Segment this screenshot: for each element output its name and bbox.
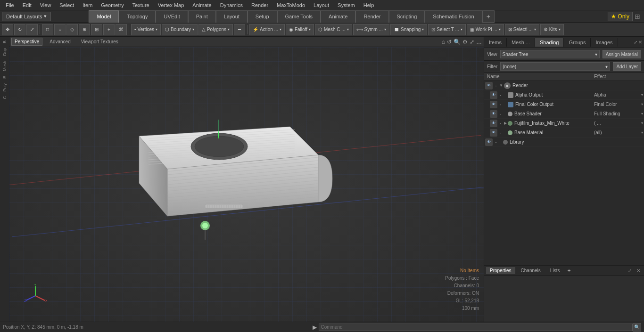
menu-vertex-map[interactable]: Vertex Map <box>154 1 188 9</box>
panel-tab-groups[interactable]: Groups <box>564 38 591 47</box>
menu-item[interactable]: Item <box>79 1 96 9</box>
command-search-button[interactable]: 🔍 <box>633 323 641 332</box>
kits-tool[interactable]: ⚙ Kits ▾ <box>540 24 564 35</box>
command-input[interactable] <box>319 324 633 331</box>
tool-square[interactable]: □ <box>42 24 53 35</box>
tool-target[interactable]: ⌖ <box>103 24 115 35</box>
tool-circle[interactable]: ○ <box>54 24 66 35</box>
visibility-icon[interactable]: 👁 <box>485 82 493 89</box>
vertices-tool[interactable]: • Vertices ▾ <box>131 24 161 35</box>
sidebar-item-mesh[interactable]: Mesh <box>1 59 8 73</box>
panel-tab-mesh[interactable]: Mesh ... <box>507 38 535 47</box>
viewport-zoom-icon[interactable]: 🔍 <box>454 39 461 45</box>
tab-uvedit[interactable]: UVEdit <box>156 10 188 23</box>
vp-tab-textures[interactable]: Viewport Textures <box>78 38 122 46</box>
menu-texture[interactable]: Texture <box>129 1 153 9</box>
panel-tab-images[interactable]: Images <box>591 38 618 47</box>
tree-row-render[interactable]: 👁 · ▼ ● Render <box>484 81 644 90</box>
add-prop-tab-button[interactable]: + <box>565 267 572 274</box>
panel-tab-items[interactable]: Items <box>484 38 507 47</box>
tab-topology[interactable]: Topology <box>119 10 156 23</box>
menu-animate[interactable]: Animate <box>189 1 215 9</box>
viewport-rotate-icon[interactable]: ↺ <box>447 39 452 45</box>
move-tool[interactable]: ✥ <box>2 24 13 35</box>
visibility-icon[interactable]: 👁 <box>490 91 497 99</box>
rotate-tool[interactable]: ↻ <box>14 24 25 35</box>
sidebar-item-c[interactable]: C <box>1 94 8 101</box>
effect-arrow-icon[interactable]: ▾ <box>641 102 643 106</box>
assign-material-button[interactable]: Assign Material <box>603 50 641 58</box>
viewport-expand-icon[interactable]: ⤢ <box>470 39 474 45</box>
tree-row-base-material[interactable]: 👁 · ▶ Base Material (all) ▾ <box>484 128 644 138</box>
tab-model[interactable]: Model <box>89 10 119 23</box>
action-tool[interactable]: ⚡ Action ... ▾ <box>249 24 285 35</box>
falloff-tool[interactable]: ◉ Falloff ▾ <box>286 24 314 35</box>
effect-arrow-icon[interactable]: ▾ <box>641 121 643 125</box>
viewport-canvas[interactable]: No Items Polygons : Face Channels: 0 Def… <box>9 47 484 322</box>
tree-row-alpha[interactable]: 👁 · ▶ Alpha Output Alpha ▾ <box>484 90 644 100</box>
snapping-tool[interactable]: 🔲 Snapping ▾ <box>390 24 427 35</box>
tool-diamond[interactable]: ◇ <box>66 24 78 35</box>
prop-tab-channels[interactable]: Channels <box>517 267 545 274</box>
polygons-tool[interactable]: △ Polygons ▾ <box>198 24 233 35</box>
tab-animate[interactable]: Animate <box>321 10 355 23</box>
viewport-more-icon[interactable]: … <box>476 39 482 45</box>
tab-game-tools[interactable]: Game Tools <box>277 10 321 23</box>
tab-setup[interactable]: Setup <box>248 10 277 23</box>
viewport-settings-icon[interactable]: ⚙ <box>462 39 468 45</box>
sidebar-item-poly[interactable]: Poly <box>1 81 8 94</box>
tree-row-base-shader[interactable]: 👁 · ▶ Base Shader Full Shading ▾ <box>484 109 644 119</box>
expand-prop-icon[interactable]: ⤢ <box>626 267 634 274</box>
star-button[interactable]: ★ Only <box>608 12 633 21</box>
expand-icon[interactable]: ▶ <box>504 121 507 125</box>
menu-system[interactable]: System <box>334 1 359 9</box>
menu-layout[interactable]: Layout <box>310 1 333 9</box>
sidebar-item-e[interactable]: E <box>1 74 8 81</box>
menu-edit[interactable]: Edit <box>19 1 35 9</box>
vp-tab-perspective[interactable]: Perspective <box>11 38 42 46</box>
effect-arrow-icon[interactable]: ▾ <box>641 130 643 135</box>
tool-cmd[interactable]: ⌘ <box>116 24 127 35</box>
tab-layout[interactable]: Layout <box>216 10 248 23</box>
menu-select[interactable]: Select <box>56 1 78 9</box>
filter-dropdown[interactable]: (none) ▾ <box>500 62 610 71</box>
expand-icon[interactable]: ⊞ <box>635 13 640 20</box>
menu-help[interactable]: Help <box>360 1 378 9</box>
expand-icon[interactable]: ▼ <box>499 83 503 88</box>
tab-schematic-fusion[interactable]: Schematic Fusion <box>425 10 482 23</box>
menu-dynamics[interactable]: Dynamics <box>216 1 247 9</box>
tree-row-final-color[interactable]: 👁 · ▶ Final Color Output Final Color ▾ <box>484 100 644 109</box>
sidebar-item-dup[interactable]: Dup <box>1 46 8 58</box>
close-prop-icon[interactable]: ✕ <box>635 267 642 274</box>
visibility-icon[interactable]: 👁 <box>490 101 497 108</box>
tree-row-fuji[interactable]: 👁 · ▶ Fujifilm_Instax_Min_White ( ... ▾ <box>484 119 644 128</box>
scale-tool[interactable]: ⤢ <box>26 24 38 35</box>
menu-render[interactable]: Render <box>248 1 272 9</box>
layout-dropdown[interactable]: Default Layouts ▾ <box>2 12 51 21</box>
tool-cross[interactable]: ⊕ <box>79 24 90 35</box>
menu-geometry[interactable]: Geometry <box>97 1 127 9</box>
tab-scripting[interactable]: Scripting <box>389 10 425 23</box>
add-tab-button[interactable]: + <box>482 10 495 23</box>
tab-render-mode[interactable]: Render <box>355 10 388 23</box>
edge-tool[interactable]: ━ <box>234 24 245 35</box>
add-layer-button[interactable]: Add Layer <box>613 62 641 71</box>
menu-file[interactable]: File <box>2 1 18 9</box>
visibility-icon[interactable]: 👁 <box>485 138 493 146</box>
effect-arrow-icon[interactable]: ▾ <box>641 93 643 97</box>
panel-tab-shading[interactable]: Shading <box>535 38 564 47</box>
select-through-tool[interactable]: ⊡ Select T ... ▾ <box>428 24 465 35</box>
vp-tab-advanced[interactable]: Advanced <box>46 38 74 46</box>
sidebar-item-b[interactable]: B <box>1 39 8 45</box>
tree-row-library[interactable]: 👁 · ▶ Library <box>484 138 644 147</box>
view-dropdown[interactable]: Shader Tree ▾ <box>500 50 600 58</box>
viewport-home-icon[interactable]: ⌂ <box>442 39 445 45</box>
workplane-tool[interactable]: ▦ Work Pl ... ▾ <box>467 24 504 35</box>
tab-paint[interactable]: Paint <box>188 10 216 23</box>
selection-sets-tool[interactable]: ⊠ Selecti ... ▾ <box>505 24 539 35</box>
prop-tab-lists[interactable]: Lists <box>546 267 564 274</box>
close-panel-icon[interactable]: ✕ <box>638 40 642 45</box>
effect-arrow-icon[interactable]: ▾ <box>641 112 643 116</box>
symmetry-tool[interactable]: ⟺ Symm ... ▾ <box>353 24 389 35</box>
tool-grid[interactable]: ⊞ <box>91 24 102 35</box>
